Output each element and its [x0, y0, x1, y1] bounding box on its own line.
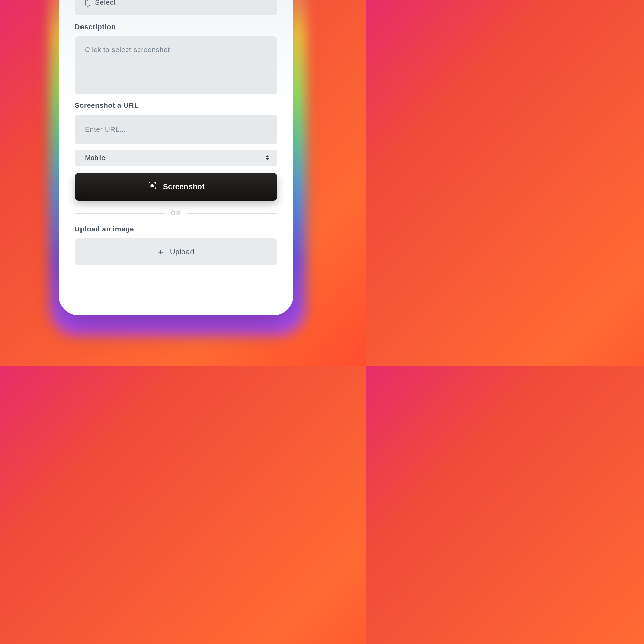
description-label: Description — [75, 23, 277, 31]
or-divider: OR — [75, 210, 277, 217]
divider-line-right — [187, 213, 278, 214]
device-select-wrap: Mobile — [75, 150, 277, 166]
camera-capture-icon — [148, 181, 157, 193]
description-textarea[interactable] — [75, 36, 277, 94]
screenshot-url-label: Screenshot a URL — [75, 101, 277, 109]
form-card: Select Description Screenshot a URL Mobi… — [59, 0, 293, 315]
upload-button-label: Upload — [170, 248, 194, 256]
svg-point-2 — [152, 185, 153, 187]
device-select[interactable]: Mobile — [75, 150, 277, 166]
screenshot-button[interactable]: Screenshot — [75, 173, 277, 201]
upload-label: Upload an image — [75, 225, 277, 233]
url-input[interactable] — [75, 115, 277, 144]
select-button-label: Select — [95, 0, 116, 6]
divider-line-left — [75, 213, 165, 214]
divider-text: OR — [171, 210, 181, 217]
upload-button[interactable]: + Upload — [75, 238, 277, 265]
screenshot-button-label: Screenshot — [163, 182, 205, 191]
mouse-icon — [84, 0, 91, 7]
plus-icon: + — [158, 248, 163, 256]
select-screenshot-button[interactable]: Select — [75, 0, 277, 15]
